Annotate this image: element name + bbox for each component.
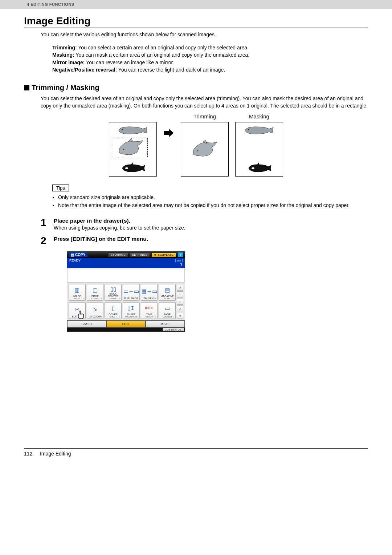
page-number: 112: [24, 451, 38, 457]
def-negpos-text: You can reverse the light-and-dark of an…: [117, 67, 225, 73]
svg-point-0: [122, 129, 123, 130]
def-mirror-text: You can reverse an image like a mirror.: [85, 60, 174, 65]
diagram-masking-label: Masking: [249, 113, 269, 121]
svg-point-2: [125, 167, 128, 169]
ui-row-1: ▥IMAGESHIFT▸ ▢EDGEERASE▸ ▯▯BOOK CENTERER…: [69, 284, 176, 301]
settings-button[interactable]: SETTINGS: [130, 252, 150, 257]
tips-label: Tips: [52, 185, 69, 191]
orca-icon: [248, 162, 272, 173]
section-trimming-masking-body: You can select the desired area of an or…: [41, 95, 368, 110]
template-button[interactable]: ★ TEMPLATE: [151, 252, 176, 257]
ui-page-scroller: ∧ 1 ∕ 2 ∨: [177, 284, 183, 319]
step-1: 1 Place paper in the drawer(s). When usi…: [41, 218, 368, 231]
whale-icon: [244, 125, 274, 135]
diagram-trimming-label: Trimming: [193, 113, 216, 121]
diagram-trimming-panel: [181, 122, 229, 177]
def-trimming-label: Trimming:: [52, 45, 77, 50]
square-bullet-icon: [24, 85, 29, 90]
book-center-erase-button[interactable]: ▯▯BOOK CENTERERASE▸: [105, 284, 122, 301]
ui-preview-area: [67, 268, 185, 283]
intro-text: You can select the various editing funct…: [41, 32, 368, 37]
copier-edit-menu-screenshot: ▤ COPY STORAGE SETTINGS ★ TEMPLATE ? REA…: [67, 251, 185, 332]
help-button[interactable]: ?: [177, 252, 183, 257]
ui-title-bar: ▤ COPY STORAGE SETTINGS ★ TEMPLATE ?: [67, 251, 185, 258]
image-shift-button[interactable]: ▥IMAGESHIFT▸: [69, 284, 86, 301]
step-title: Place paper in the drawer(s).: [54, 218, 368, 224]
tab-edit[interactable]: EDIT: [106, 320, 146, 328]
page-indicator: 1: [177, 291, 183, 298]
scroll-up-button[interactable]: ∧: [177, 284, 183, 291]
ui-tabs: BASIC EDIT IMAGE: [67, 320, 185, 328]
trimming-masking-diagram: Trimming Masking: [24, 113, 368, 177]
tab-basic[interactable]: BASIC: [67, 320, 106, 328]
def-negpos-label: Negative/Positive reversal:: [52, 67, 117, 73]
tab-image[interactable]: IMAGE: [146, 320, 185, 328]
ui-row-2: ✂EDITING▸ ⇲XY ZOOM▸ ▯COVERSHEET▸ ▯↧SHEET…: [69, 302, 176, 319]
magazine-sort-button[interactable]: ▤MAGAZINESORT▸: [159, 284, 176, 301]
breadcrumb: 4 EDITING FUNCTIONS: [0, 0, 392, 9]
svg-point-1: [123, 149, 124, 150]
section-trimming-masking-heading: Trimming / Masking: [24, 84, 368, 92]
def-mirror-label: Mirror image:: [52, 60, 85, 65]
page-divider: ∕: [177, 299, 183, 305]
dual-page-button[interactable]: ▭→▭DUAL PAGE▸: [123, 284, 140, 301]
set-counter: SET 1: [175, 259, 183, 267]
diagram-original-panel: [109, 122, 157, 177]
page-title: Image Editing: [24, 15, 368, 28]
svg-point-3: [197, 150, 199, 151]
def-masking-label: Masking:: [52, 52, 74, 58]
sheet-insertion-button[interactable]: ▯↧SHEETINSERTION▸: [123, 302, 140, 319]
step-desc: When using bypass copying, be sure to se…: [54, 225, 368, 231]
ready-status: READY: [69, 259, 81, 262]
orca-icon: [122, 162, 146, 173]
arrow-right-icon: [163, 127, 174, 138]
step-number: 2: [41, 236, 54, 246]
tips-box: Tips Only standard size originals are ap…: [52, 185, 368, 209]
step-number: 1: [41, 218, 54, 231]
diagram-masking-panel: [235, 122, 283, 177]
svg-point-5: [252, 167, 254, 169]
copy-mode-icon: ▤: [71, 253, 74, 257]
tip-item: Only standard size originals are applica…: [58, 194, 368, 201]
time-stamp-button[interactable]: 00:00TIMESTAMP▸: [141, 302, 158, 319]
edge-erase-button[interactable]: ▢EDGEERASE▸: [87, 284, 104, 301]
editing-button[interactable]: ✂EDITING▸: [69, 302, 86, 319]
page-number-button[interactable]: ▭PAGENUMBER▸: [159, 302, 176, 319]
svg-point-4: [248, 129, 249, 130]
ui-footer: JOB STATUS: [67, 328, 185, 332]
step-title: Press [EDITING] on the EDIT menu.: [54, 236, 368, 242]
dolphin-icon: [117, 138, 145, 157]
def-trimming-text: You can select a certain area of an orig…: [77, 45, 249, 50]
page-footer: 112 Image Editing: [24, 448, 368, 457]
xy-zoom-button[interactable]: ⇲XY ZOOM▸: [87, 302, 104, 319]
storage-button[interactable]: STORAGE: [108, 252, 128, 257]
2in1-4in1-button[interactable]: ▦→▭2IN1/4IN1▸: [141, 284, 158, 301]
footer-title: Image Editing: [40, 451, 71, 457]
whale-icon: [118, 125, 148, 135]
page-total: 2: [177, 305, 183, 312]
dolphin-icon: [191, 140, 219, 158]
job-status-button[interactable]: JOB STATUS: [163, 328, 184, 331]
scroll-down-button[interactable]: ∨: [177, 313, 183, 319]
ui-status-bar: READY SET 1: [67, 258, 185, 268]
cover-sheet-button[interactable]: ▯COVERSHEET▸: [105, 302, 122, 319]
copy-mode-badge: ▤ COPY: [69, 252, 87, 257]
def-masking-text: You can mask a certain area of an origin…: [74, 52, 250, 58]
step-2: 2 Press [EDITING] on the EDIT menu.: [41, 236, 368, 246]
definitions-block: Trimming: You can select a certain area …: [52, 44, 368, 73]
tip-item: Note that the entire image of the select…: [58, 202, 368, 209]
